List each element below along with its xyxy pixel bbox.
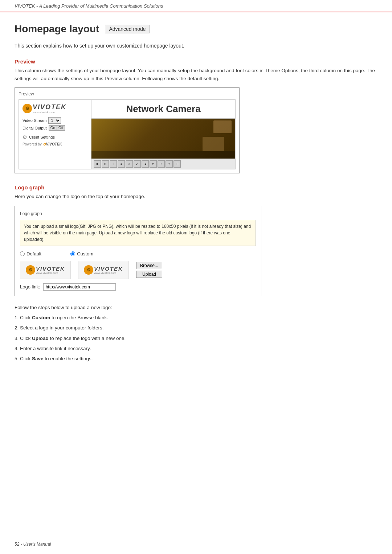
digital-on-off-buttons[interactable]: On Off xyxy=(49,125,65,131)
company-tagline: VIVOTEK - A Leading Provider of Multimed… xyxy=(15,3,163,9)
custom-logo-vivotek: VIVOTEK www.vivotek.com xyxy=(84,265,123,275)
default-vivotek-url: www.vivotek.com xyxy=(36,272,65,274)
digital-on-button[interactable]: On xyxy=(49,126,57,130)
network-camera-title: Network Camera xyxy=(126,103,200,115)
toolbar-icon-star[interactable]: ✦ xyxy=(166,160,173,168)
upload-area: Browse... Upload xyxy=(136,262,162,278)
logo-link-input[interactable] xyxy=(43,283,116,291)
video-stream-select[interactable]: 1 2 xyxy=(48,117,61,124)
toolbar-icon-pause[interactable]: ⏸ xyxy=(110,160,117,168)
toolbar-icon-up[interactable]: ↑ xyxy=(158,160,165,168)
custom-vivotek-text: VIVOTEK www.vivotek.com xyxy=(94,266,123,274)
vivotek-text-block: VIVOTEK www.vivotek.com xyxy=(33,103,66,114)
step3-bold: Upload xyxy=(32,336,49,341)
browse-button[interactable]: Browse... xyxy=(136,262,162,269)
default-vivotek-text: VIVOTEK www.vivotek.com xyxy=(36,266,65,274)
toolbar-icon-snap[interactable]: ↙ xyxy=(134,160,141,168)
custom-vivotek-url: www.vivotek.com xyxy=(94,272,123,274)
advanced-mode-button[interactable]: Advanced mode xyxy=(105,25,150,33)
preview-section-title: Preview xyxy=(15,58,377,65)
radio-custom-label: Custom xyxy=(77,251,93,257)
toolbar-icon-p[interactable]: P. xyxy=(150,160,157,168)
toolbar-icon-stop[interactable]: ■ xyxy=(94,160,101,168)
logo-link-row: Logo link: xyxy=(20,283,256,291)
steps-intro: Follow the steps below to upload a new l… xyxy=(15,303,377,312)
default-logo-vivotek: VIVOTEK www.vivotek.com xyxy=(26,265,65,275)
logo-info-box: You can upload a small logo(Gif, JPG or … xyxy=(20,220,256,246)
digital-output-label: Digital Output xyxy=(23,126,47,130)
logo-display-row: VIVOTEK www.vivotek.com VIVOTEK www.vivo… xyxy=(20,261,256,279)
custom-logo-box: VIVOTEK www.vivotek.com xyxy=(78,261,129,279)
logo-radio-row: Default Custom xyxy=(20,251,256,257)
preview-section: Preview This column shows the settings o… xyxy=(15,58,377,173)
logo-graph-box: Logo graph You can upload a small logo(G… xyxy=(15,206,261,296)
custom-vivotek-brand: VIVOTEK xyxy=(94,266,123,272)
preview-section-desc: This column shows the settings of your h… xyxy=(15,67,377,82)
step1-bold: Custom xyxy=(32,315,50,320)
custom-vivotek-icon xyxy=(84,265,93,275)
radio-default-input[interactable] xyxy=(20,251,25,256)
page-title: Homepage layout xyxy=(15,23,99,35)
toolbar-icon-circle[interactable]: ○ xyxy=(126,160,133,168)
step5-bold: Save xyxy=(32,356,44,361)
preview-toolbar: ■ ⊕ ⏸ ● ○ ↙ ◄ P. ↑ ✦ □ xyxy=(91,159,235,169)
radio-default-option[interactable]: Default xyxy=(20,251,41,257)
video-stream-row: Video Stream 1 2 xyxy=(23,117,87,124)
default-logo-box: VIVOTEK www.vivotek.com xyxy=(20,261,71,279)
vivotek-url: www.vivotek.com xyxy=(33,111,66,114)
logo-graph-box-label: Logo graph xyxy=(20,211,256,216)
intro-text: This section explains how to set up your… xyxy=(15,42,377,50)
step2: 2. Select a logo in your computer folder… xyxy=(15,324,377,332)
upload-button[interactable]: Upload xyxy=(136,271,162,278)
radio-default-label: Default xyxy=(26,251,41,257)
powered-by-text: Powered by xyxy=(23,142,42,146)
logo-graph-section: Logo graph Here you can change the logo … xyxy=(15,184,377,296)
step5: 5. Click Save to enable the settings. xyxy=(15,354,377,363)
toolbar-icon-rec[interactable]: ● xyxy=(118,160,125,168)
client-settings-row: ⚙ Client Settings xyxy=(23,134,87,140)
default-vivotek-icon xyxy=(26,265,35,275)
gear-icon: ⚙ xyxy=(23,134,27,140)
preview-left-panel: VIVOTEK www.vivotek.com Video Stream 1 2 xyxy=(19,100,91,169)
logo-graph-title: Logo graph xyxy=(15,184,377,190)
toolbar-icon-square[interactable]: □ xyxy=(173,160,181,168)
powered-by-vivotek: ⚙VIVOTEK xyxy=(43,142,62,146)
toolbar-icon-prev[interactable]: ◄ xyxy=(142,160,149,168)
digital-off-button[interactable]: Off xyxy=(57,126,65,130)
footer-text: 52 - User's Manual xyxy=(15,542,51,547)
camera-image-placeholder xyxy=(91,119,235,159)
preview-right-panel: Network Camera ■ ⊕ ⏸ ● ○ ↙ ◄ xyxy=(91,100,235,169)
radio-custom-input[interactable] xyxy=(70,251,75,256)
step4: 4. Enter a website link if necessary. xyxy=(15,344,377,353)
vivotek-icon xyxy=(23,104,32,113)
default-vivotek-brand: VIVOTEK xyxy=(36,266,65,272)
logo-graph-desc: Here you can change the logo on the top … xyxy=(15,193,377,201)
toolbar-icon-add[interactable]: ⊕ xyxy=(102,160,109,168)
radio-custom-option[interactable]: Custom xyxy=(70,251,93,257)
preview-box-label: Preview xyxy=(19,91,236,97)
steps-section: Follow the steps below to upload a new l… xyxy=(15,303,377,364)
digital-output-row: Digital Output On Off xyxy=(23,125,87,131)
preview-vivotek-logo: VIVOTEK www.vivotek.com xyxy=(23,103,87,114)
page-title-row: Homepage layout Advanced mode xyxy=(15,23,377,35)
powered-by-row: Powered by ⚙VIVOTEK xyxy=(23,142,87,146)
preview-box: Preview VIVOTEK www.vivotek.com Video S xyxy=(15,87,240,173)
video-stream-label: Video Stream xyxy=(23,118,46,123)
logo-link-label: Logo link: xyxy=(20,284,40,290)
step1: 1. Click Custom to open the Browse blank… xyxy=(15,313,377,322)
vivotek-brand-text: VIVOTEK xyxy=(33,103,66,111)
step3: 3. Click Upload to replace the logo with… xyxy=(15,334,377,343)
client-settings-label: Client Settings xyxy=(29,135,55,139)
preview-inner: VIVOTEK www.vivotek.com Video Stream 1 2 xyxy=(19,99,236,169)
